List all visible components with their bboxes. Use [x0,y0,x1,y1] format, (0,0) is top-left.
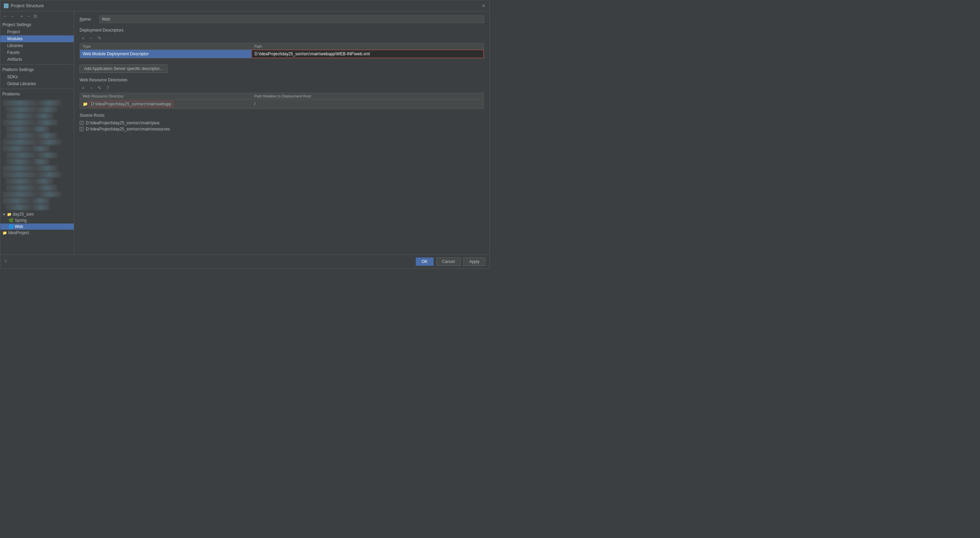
web-resource-dir-header: Web Resource Directory [80,93,251,99]
edit-web-resource-button[interactable]: ✎ [96,85,103,91]
platform-settings-label: Platform Settings [0,66,74,73]
apply-button[interactable]: Apply [463,257,485,266]
source-root-item-1: ✓ D:\IdeaProject\day25_ssm\src\main\reso… [80,126,484,132]
ideaproject-folder-icon: 📁 [2,231,7,235]
remove-deployment-button[interactable]: − [88,35,95,42]
remove-web-resource-button[interactable]: − [88,85,95,91]
help-web-resource-button[interactable]: ? [104,85,111,91]
deployment-type-cell: Web Module Deployment Descriptor [80,50,251,57]
project-structure-dialog: Project Structure ✕ ← → + − ⧉ Project Se… [0,0,490,269]
add-web-resource-button[interactable]: + [80,85,86,91]
source-roots-title: Source Roots [80,113,484,118]
blurred-tree-items [0,100,74,210]
add-deployment-button[interactable]: + [80,35,86,42]
name-input[interactable]: Web [99,16,484,23]
copy-module-button[interactable]: ⧉ [33,13,38,19]
type-header: Type [80,43,251,49]
cancel-button[interactable]: Cancel [436,257,461,266]
web-label: Web [15,224,23,229]
close-button[interactable]: ✕ [481,3,486,8]
spring-icon: 🌿 [9,218,14,223]
spring-label: Spring [15,218,27,223]
title-bar: Project Structure ✕ [0,0,490,11]
module-name-label: day25_ssm [13,212,33,217]
deployment-toolbar: + − ✎ [80,35,484,42]
path-relative-header: Path Relative to Deployment Root [251,93,484,99]
footer: ? OK Cancel Apply [0,254,490,268]
add-descriptor-button[interactable]: Add Application Server specific descript… [80,65,167,73]
forward-button[interactable]: → [9,13,15,19]
back-button[interactable]: ← [2,13,8,19]
ideaproject-label: IdeaProject [8,230,29,235]
deployment-descriptors-title: Deployment Descriptors [80,28,484,33]
deployment-table: Type Path Web Module Deployment Descript… [80,43,484,58]
web-resource-title: Web Resource Directories [80,78,484,82]
web-resource-path-text: D:\IdeaProject\day25_ssm\src\main\webapp [89,101,173,107]
sidebar-item-sdks[interactable]: SDKs [0,73,74,80]
path-relative-cell: / [251,100,484,108]
add-module-button[interactable]: + [19,13,24,19]
sidebar-item-libraries[interactable]: Libraries [0,42,74,49]
expand-icon: ▼ [2,212,6,216]
remove-module-button[interactable]: − [26,13,31,19]
path-header: Path [251,43,484,49]
web-resource-table: Web Resource Directory Path Relative to … [80,93,484,109]
tree-node-day25ssm[interactable]: ▼ 📁 day25_ssm [0,211,74,217]
section-divider-2 [0,89,74,89]
tree-node-ideaproject[interactable]: 📁 IdeaProject [0,230,74,236]
sidebar-item-global-libraries[interactable]: Global Libraries [0,80,74,87]
folder-icon: 📁 [7,212,12,217]
tree-node-web[interactable]: 🌐 Web [0,224,74,230]
web-resource-toolbar: + − ✎ ? [80,85,484,91]
source-root-path-1: D:\IdeaProject\day25_ssm\src\main\resour… [86,127,170,131]
edit-deployment-button[interactable]: ✎ [96,35,103,42]
nav-toolbar: ← → + − ⧉ [0,11,74,21]
deployment-table-row[interactable]: Web Module Deployment Descriptor D:\Idea… [80,50,484,58]
left-panel: ← → + − ⧉ Project Settings Project Modul… [0,11,74,254]
dialog-icon [4,3,9,8]
deployment-path-cell: D:\IdeaProject\day25_ssm\src\main\webapp… [251,50,484,58]
help-button[interactable]: ? [5,259,7,264]
web-icon: 🌐 [9,224,14,229]
sidebar-item-problems[interactable]: Problems [0,90,74,98]
source-root-item-0: ✓ D:\IdeaProject\day25_ssm\src\main\java [80,120,484,126]
project-settings-label: Project Settings [0,21,74,29]
ok-button[interactable]: OK [416,257,433,266]
deployment-table-header: Type Path [80,43,484,50]
sidebar-item-artifacts[interactable]: Artifacts [0,56,74,63]
tree-node-spring[interactable]: 🌿 Spring [0,217,74,224]
title-bar-left: Project Structure [4,3,44,8]
source-roots-section: Source Roots ✓ D:\IdeaProject\day25_ssm\… [80,113,484,132]
sidebar-item-modules[interactable]: Modules [0,35,74,42]
dialog-title: Project Structure [11,3,44,8]
web-resource-table-row[interactable]: 📁 D:\IdeaProject\day25_ssm\src\main\weba… [80,99,484,109]
name-field-row: Name: Web [80,16,484,23]
section-divider [0,64,74,65]
source-root-path-0: D:\IdeaProject\day25_ssm\src\main\java [86,121,159,125]
module-tree: ▼ 📁 day25_ssm 🌿 Spring 🌐 Web 📁 IdeaProje… [0,98,74,254]
source-root-checkbox-1[interactable]: ✓ [80,127,84,131]
web-resource-table-header: Web Resource Directory Path Relative to … [80,93,484,99]
main-content: ← → + − ⧉ Project Settings Project Modul… [0,11,490,254]
sidebar-item-project[interactable]: Project [0,29,74,35]
web-resource-dir-cell: 📁 D:\IdeaProject\day25_ssm\src\main\weba… [80,99,251,109]
name-label: Name: [80,17,97,22]
sidebar-item-facets[interactable]: Facets [0,49,74,56]
folder-small-icon: 📁 [83,102,88,107]
source-root-checkbox-0[interactable]: ✓ [80,121,84,125]
right-panel: Name: Web Deployment Descriptors + − ✎ T… [74,11,490,254]
